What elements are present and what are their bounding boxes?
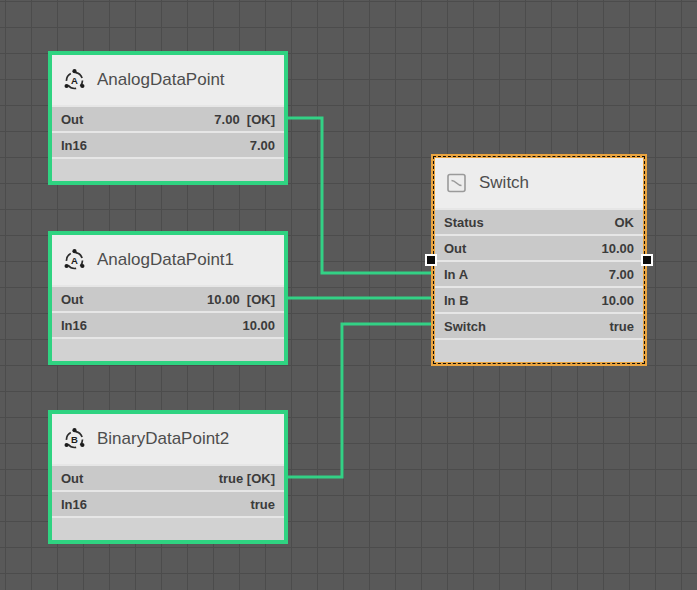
port-label: In16 — [61, 497, 87, 512]
node-footer-strip — [52, 516, 284, 540]
port-value: true [OK] — [219, 471, 275, 486]
node-footer-strip — [52, 337, 284, 361]
port-value: 10.00 — [601, 241, 634, 256]
node-editor-canvas[interactable]: AAnalogDataPointOut7.00 [OK]In167.00AAna… — [0, 0, 697, 590]
analog-datapoint-icon: A — [62, 248, 87, 273]
node-header[interactable]: BBinaryDataPoint2 — [52, 414, 284, 464]
wire-analogdatapoint-out-to-switch-in-a[interactable] — [288, 118, 433, 273]
port-row-out[interactable]: Outtrue [OK] — [52, 464, 284, 490]
port-value: 7.00 [OK] — [214, 112, 275, 127]
port-label: Out — [61, 112, 83, 127]
node-title: AnalogDataPoint — [97, 70, 225, 90]
port-label: Switch — [444, 319, 486, 334]
port-value: 10.00 — [601, 293, 634, 308]
port-label: In16 — [61, 318, 87, 333]
node-header[interactable]: AAnalogDataPoint1 — [52, 235, 284, 285]
node-binarydatapoint2[interactable]: BBinaryDataPoint2Outtrue [OK]In16true — [48, 410, 288, 544]
port-label: Out — [444, 241, 466, 256]
port-value: true — [609, 319, 634, 334]
port-row-in-b[interactable]: In B10.00 — [435, 286, 643, 312]
port-row-in-a[interactable]: In A7.00 — [435, 260, 643, 286]
port-value: 10.00 [OK] — [207, 292, 275, 307]
port-row-in16[interactable]: In16true — [52, 490, 284, 516]
port-label: In B — [444, 293, 469, 308]
port-label: In16 — [61, 138, 87, 153]
port-value: true — [250, 497, 275, 512]
node-header[interactable]: Switch — [435, 158, 643, 208]
port-label: In A — [444, 267, 468, 282]
node-title: Switch — [479, 173, 529, 193]
svg-text:A: A — [71, 255, 78, 266]
port-row-switch[interactable]: Switchtrue — [435, 312, 643, 338]
port-value: 7.00 — [250, 138, 275, 153]
binary-datapoint-icon: B — [62, 427, 87, 452]
node-footer-strip — [435, 338, 643, 362]
node-header[interactable]: AAnalogDataPoint — [52, 55, 284, 105]
port-row-out[interactable]: Out7.00 [OK] — [52, 105, 284, 131]
node-analogdatapoint[interactable]: AAnalogDataPointOut7.00 [OK]In167.00 — [48, 51, 288, 185]
port-value: 7.00 — [609, 267, 634, 282]
svg-text:A: A — [71, 75, 78, 86]
selection-handle-left[interactable] — [425, 254, 437, 266]
node-switch[interactable]: SwitchStatusOKOut10.00In A7.00In B10.00S… — [431, 154, 647, 366]
port-label: Out — [61, 471, 83, 486]
port-label: Status — [444, 215, 484, 230]
node-title: BinaryDataPoint2 — [97, 429, 229, 449]
port-value: 10.00 — [242, 318, 275, 333]
port-row-out[interactable]: Out10.00 [OK] — [52, 285, 284, 311]
selection-handle-right[interactable] — [641, 254, 653, 266]
analog-datapoint-icon: A — [62, 68, 87, 93]
node-footer-strip — [52, 157, 284, 181]
port-row-out[interactable]: Out10.00 — [435, 234, 643, 260]
port-value: OK — [615, 215, 635, 230]
port-row-in16[interactable]: In167.00 — [52, 131, 284, 157]
node-title: AnalogDataPoint1 — [97, 250, 234, 270]
switch-icon — [445, 171, 469, 195]
port-row-in16[interactable]: In1610.00 — [52, 311, 284, 337]
wire-binarydatapoint2-out-to-switch-switch[interactable] — [288, 324, 433, 477]
port-row-status[interactable]: StatusOK — [435, 208, 643, 234]
svg-text:B: B — [71, 434, 78, 445]
node-analogdatapoint1[interactable]: AAnalogDataPoint1Out10.00 [OK]In1610.00 — [48, 231, 288, 365]
port-label: Out — [61, 292, 83, 307]
